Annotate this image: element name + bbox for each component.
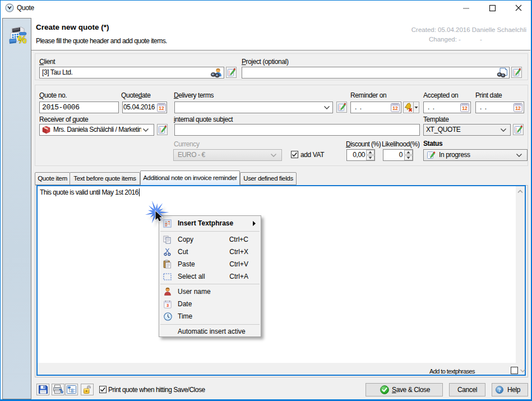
svg-text:12: 12 <box>159 105 164 111</box>
svg-text:3: 3 <box>166 303 169 308</box>
svg-text:12: 12 <box>392 105 398 111</box>
svg-text:?: ? <box>498 387 501 393</box>
svg-text:12: 12 <box>462 105 468 111</box>
svg-text:%: % <box>17 34 26 45</box>
svg-text:12: 12 <box>515 105 521 111</box>
